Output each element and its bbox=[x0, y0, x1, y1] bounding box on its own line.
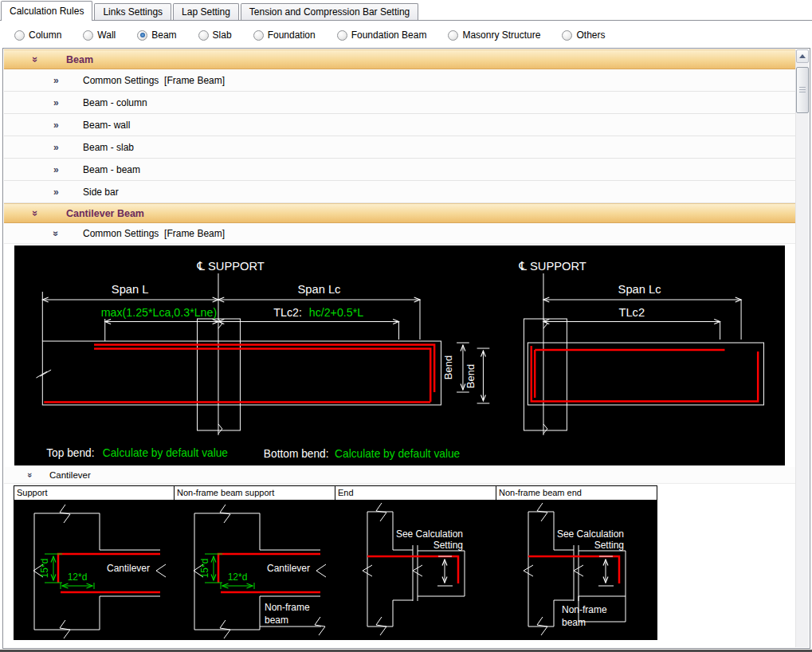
radio-circle-icon bbox=[253, 30, 264, 41]
item-beam-slab[interactable]: » Beam - slab bbox=[4, 136, 795, 159]
panel-support: Support bbox=[14, 485, 175, 640]
radio-beam[interactable]: Beam bbox=[137, 29, 176, 41]
tab-lap-setting[interactable]: Lap Setting bbox=[173, 3, 239, 20]
panel-non-frame-beam-end: Non-frame beam end bbox=[496, 485, 657, 640]
item-beam-column[interactable]: » Beam - column bbox=[4, 92, 795, 114]
triangle-up-icon bbox=[799, 54, 806, 58]
scrollbar-thumb[interactable] bbox=[796, 67, 809, 113]
see-calculation-setting-line1: See Calculation bbox=[557, 528, 624, 540]
anchorage-length-dim: 12*d bbox=[228, 571, 248, 583]
cantilever-detail-panels: Support bbox=[14, 485, 795, 640]
panel-non-frame-beam-support: Non-frame beam support bbox=[175, 485, 335, 640]
radio-column[interactable]: Column bbox=[14, 29, 61, 41]
tlc2-formula: hc/2+0.5*L bbox=[309, 306, 363, 319]
non-frame-beam-label-line1: Non-frame bbox=[265, 602, 310, 613]
panel-title: Non-frame beam end bbox=[496, 486, 657, 501]
radio-label: Beam bbox=[151, 29, 176, 41]
cantilever-label: Cantilever bbox=[107, 563, 150, 574]
end-detail-diagram: See Calculation Setting bbox=[335, 501, 495, 639]
radio-circle-icon bbox=[14, 30, 25, 41]
item-label: Common Settings [Frame Beam] bbox=[83, 75, 225, 86]
radio-label: Slab bbox=[213, 29, 232, 41]
chevron-double-right-icon: » bbox=[53, 75, 65, 86]
left-support-drawing: ℄ SUPPORT Span L max(1.25*Lca,0.3*Lne) S… bbox=[36, 260, 489, 435]
section-title: Beam bbox=[66, 54, 93, 65]
non-frame-beam-label-line1: Non-frame bbox=[562, 604, 607, 615]
panel-diagram: See Calculation Setting Non-frame beam bbox=[496, 501, 657, 639]
non-frame-beam-label-line2: beam bbox=[265, 615, 288, 626]
see-calculation-setting-line2: Setting bbox=[433, 540, 463, 551]
scrollbar-grip-icon bbox=[799, 87, 806, 93]
span-lc-label: Span Lc bbox=[298, 283, 342, 296]
panel-title: Non-frame beam support bbox=[175, 486, 335, 501]
panel-diagram: See Calculation Setting bbox=[335, 501, 496, 639]
see-calculation-setting-line1: See Calculation bbox=[396, 528, 463, 540]
content-frame: » Beam » Common Settings [Frame Beam] » … bbox=[2, 48, 810, 649]
bend-settings-labels: Top bend: Calculate by default value Bot… bbox=[46, 446, 460, 460]
radio-label: Others bbox=[576, 29, 605, 41]
span-lc-label: Span Lc bbox=[618, 283, 662, 296]
panel-diagram: 15*d 12*d Cantilever bbox=[14, 501, 174, 639]
item-cantilever[interactable]: » Cantilever bbox=[4, 467, 795, 484]
bottom-bend-label: Bottom bend: bbox=[264, 447, 329, 460]
radio-circle-icon bbox=[448, 30, 458, 41]
section-header-beam[interactable]: » Beam bbox=[4, 49, 795, 69]
item-label: Beam - slab bbox=[83, 142, 134, 153]
item-beam-wall[interactable]: » Beam- wall bbox=[4, 114, 795, 136]
item-side-bar[interactable]: » Side bar bbox=[4, 181, 795, 203]
radio-others[interactable]: Others bbox=[562, 29, 605, 41]
scroll-up-button[interactable] bbox=[796, 49, 809, 63]
support-centerline-label: ℄ SUPPORT bbox=[519, 260, 586, 273]
bend-inner-label: Bend bbox=[465, 364, 477, 388]
tab-tension-compression-bar-setting[interactable]: Tension and Compression Bar Setting bbox=[241, 3, 418, 20]
radio-wall[interactable]: Wall bbox=[83, 29, 116, 41]
support-detail-diagram: 15*d 12*d Cantilever bbox=[14, 501, 174, 639]
section-header-cantilever-beam[interactable]: » Cantilever Beam bbox=[4, 203, 795, 223]
chevron-double-right-icon: » bbox=[53, 187, 65, 198]
bend-outer-label: Bend bbox=[442, 355, 454, 379]
span-l-formula: max(1.25*Lca,0.3*Lne) bbox=[101, 306, 217, 319]
item-label: Beam- wall bbox=[83, 120, 130, 131]
radio-masonry-structure[interactable]: Masonry Structure bbox=[448, 29, 540, 41]
anchorage-length-dim: 12*d bbox=[68, 571, 88, 583]
tlc2-label: TLc2: bbox=[273, 306, 302, 319]
non-frame-beam-label-line2: beam bbox=[562, 617, 586, 628]
span-l-label: Span L bbox=[112, 283, 149, 296]
tlc2-label: TLc2 bbox=[618, 306, 645, 319]
non-frame-beam-support-detail-diagram: 15*d 12*d Cantilever Non-frame beam bbox=[175, 501, 334, 639]
item-label: Beam - beam bbox=[83, 164, 140, 175]
radio-slab[interactable]: Slab bbox=[198, 29, 232, 41]
bottom-bend-value: Calculate by default value bbox=[335, 447, 460, 460]
see-calculation-setting-line2: Setting bbox=[594, 540, 624, 551]
radio-label: Column bbox=[29, 29, 61, 41]
chevron-double-down-icon: » bbox=[33, 53, 44, 65]
radio-label: Foundation bbox=[268, 29, 316, 41]
section-title: Cantilever Beam bbox=[66, 208, 144, 219]
panel-title: End bbox=[335, 486, 496, 501]
non-frame-beam-end-detail-diagram: See Calculation Setting Non-frame beam bbox=[496, 501, 656, 639]
panel-end: End bbox=[335, 485, 496, 640]
hook-length-dim: 15*d bbox=[199, 559, 210, 579]
item-label: Cantilever bbox=[49, 470, 91, 480]
panel-diagram: 15*d 12*d Cantilever Non-frame beam bbox=[175, 501, 335, 639]
item-common-settings-cantilever[interactable]: » Common Settings [Frame Beam] bbox=[4, 223, 795, 244]
item-label: Side bar bbox=[83, 187, 119, 198]
member-type-radio-group: Column Wall Beam Slab Foundation Foundat… bbox=[0, 25, 812, 45]
radio-foundation[interactable]: Foundation bbox=[253, 29, 316, 41]
radio-circle-icon bbox=[337, 30, 347, 41]
radio-circle-icon bbox=[83, 30, 93, 41]
item-common-settings-frame-beam[interactable]: » Common Settings [Frame Beam] bbox=[4, 69, 795, 92]
vertical-scrollbar[interactable] bbox=[795, 49, 809, 647]
item-beam-beam[interactable]: » Beam - beam bbox=[4, 159, 795, 181]
support-centerline-label: ℄ SUPPORT bbox=[197, 260, 265, 273]
chevron-double-down-icon: » bbox=[33, 207, 44, 219]
radio-label: Masonry Structure bbox=[462, 29, 540, 41]
cantilever-label: Cantilever bbox=[267, 563, 310, 574]
tab-links-settings[interactable]: Links Settings bbox=[94, 3, 171, 20]
chevron-double-right-icon: » bbox=[53, 97, 65, 108]
tab-bar: Calculation Rules Links Settings Lap Set… bbox=[0, 0, 812, 21]
chevron-double-down-icon: » bbox=[28, 470, 38, 480]
tab-calculation-rules[interactable]: Calculation Rules bbox=[1, 1, 92, 21]
radio-foundation-beam[interactable]: Foundation Beam bbox=[337, 29, 427, 41]
accordion: » Beam » Common Settings [Frame Beam] » … bbox=[4, 49, 795, 647]
